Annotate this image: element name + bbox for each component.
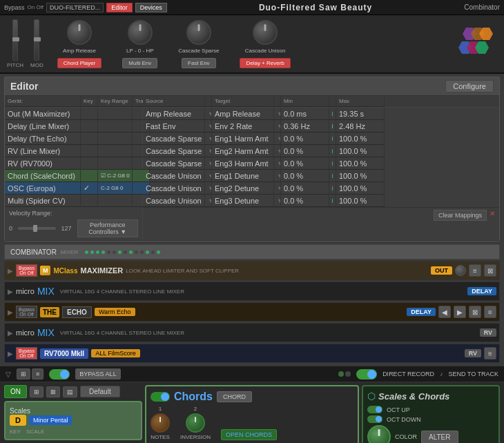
mod-slider-thumb xyxy=(34,37,41,41)
row5-key xyxy=(81,170,98,182)
fast-env-btn[interactable]: Fast Env xyxy=(182,58,216,68)
perf-controllers-btn[interactable]: Performance Controllers ▼ xyxy=(77,219,138,237)
list-view-btn[interactable]: ≡ xyxy=(32,368,43,380)
rack-bypass-rv[interactable]: BypassOn Off xyxy=(16,347,37,360)
notes-label: NOTES xyxy=(151,434,170,440)
rack-header: COMBINATOR MIXER xyxy=(4,244,500,259)
sc-title: Scales & Chords xyxy=(378,391,449,402)
r4-max: 100.0 % xyxy=(336,157,385,170)
oct-down-toggle[interactable] xyxy=(367,415,382,423)
r6-tgt: Eng2 Detune xyxy=(212,182,274,195)
alter-btn[interactable]: ALTER xyxy=(421,431,458,444)
scale-label: SCALE xyxy=(26,429,44,435)
cascade-sparse-knob[interactable] xyxy=(186,20,211,45)
devices-button[interactable]: Devices xyxy=(135,3,167,12)
maximizer-icon-2[interactable]: ⊠ xyxy=(484,264,496,277)
pitch-label: PITCH xyxy=(7,62,23,68)
layout-btn-1[interactable]: ⊞ xyxy=(30,386,43,397)
open-chords-btn[interactable]: OPEN CHORDS xyxy=(221,429,277,440)
bypass-all-btn[interactable]: BYPASS ALL xyxy=(75,368,120,380)
echo-icon-4[interactable]: ≡ xyxy=(484,306,496,318)
configure-button[interactable]: Configure xyxy=(445,80,494,92)
rack-arrow-3[interactable]: ▶ xyxy=(8,329,13,337)
layout-btn-2[interactable]: ⊠ xyxy=(46,386,60,397)
rack-bypass-echo[interactable]: BypassOn Off xyxy=(16,306,37,318)
rack-dots xyxy=(85,250,160,254)
rack-arrow-1[interactable]: ▶ xyxy=(8,288,13,295)
echo-icon-1[interactable]: ◀ xyxy=(438,306,451,318)
row2-device: Delay (The Echo) xyxy=(5,132,81,145)
echo-icon-2[interactable]: ▶ xyxy=(454,306,466,318)
clear-mappings-btn[interactable]: Clear Mappings xyxy=(434,210,487,221)
instrument-section: PITCH MOD Amp Release Chord Player LP - … xyxy=(0,15,504,74)
r1-src: Fast Env xyxy=(143,120,205,132)
direct-record-toggle[interactable] xyxy=(356,369,377,380)
cascade-unison-knob[interactable] xyxy=(253,20,278,45)
cascade-sparse-label: Cascade Sparse xyxy=(178,48,219,54)
echo-icon-3[interactable]: ⊠ xyxy=(469,306,481,318)
editor-button[interactable]: Editor xyxy=(106,3,133,12)
window-title: Duo-Filtered Saw Beauty xyxy=(167,3,464,12)
cascade-unison-label: Cascade Unison xyxy=(245,48,286,54)
r3-arr2: ▼ xyxy=(274,145,281,157)
row2-range xyxy=(98,132,133,145)
bypass-toggle[interactable] xyxy=(49,369,70,380)
vel-thumb xyxy=(33,225,37,232)
combinator-rack-label: COMBINATOR xyxy=(10,248,57,256)
micromix1-tag: DELAY xyxy=(467,287,496,295)
maximizer-tag: OUT xyxy=(431,266,452,275)
rack-arrow-2[interactable]: ▶ xyxy=(8,308,13,316)
direct-record-thumb xyxy=(367,370,376,379)
send-to-track-icon: ♪ xyxy=(440,371,443,377)
rack-bypass-0[interactable]: BypassOn Off xyxy=(16,264,37,277)
mclass-label: MClass xyxy=(53,267,77,275)
pitch-slider[interactable] xyxy=(12,19,18,61)
r6-max: 100.0 % xyxy=(336,182,385,195)
notes-knob[interactable] xyxy=(151,413,170,433)
inversion-knob[interactable] xyxy=(186,413,205,433)
chord-btn[interactable]: CHORD xyxy=(217,391,252,402)
rack-arrow-4[interactable]: ▶ xyxy=(8,350,13,357)
r3-tgt: Eng2 Harm Amt xyxy=(212,145,274,157)
r5-min: 0.0 % xyxy=(281,170,329,182)
delay-reverb-btn[interactable]: Delay + Reverb xyxy=(240,58,290,68)
r6-bar xyxy=(329,182,336,195)
col-target: Target xyxy=(212,96,274,107)
bottom-controls-bar: ▽ ⊞ ≡ BYPASS ALL DIRECT RECORD ♪ SEND TO… xyxy=(0,366,504,382)
mod-slider[interactable] xyxy=(34,19,39,61)
maximizer-name: Maximizer xyxy=(80,266,123,275)
status-dot-2 xyxy=(345,371,351,377)
chords-knob-row: 1 NOTES 2 INVERSION OPEN CHORDS xyxy=(151,406,353,440)
row5-range: ☑ C-2 G8 0 xyxy=(98,170,133,182)
rack-micromix-2: ▶ microMIX VIRTUAL 16G 4 CHANNEL STEREO … xyxy=(4,323,500,342)
maximizer-icon-1[interactable]: ≡ xyxy=(469,264,481,277)
the-label: THE xyxy=(40,307,59,317)
layout-btn-3[interactable]: ▤ xyxy=(63,386,77,397)
pitch-slider-thumb xyxy=(12,37,19,41)
amp-release-knob[interactable] xyxy=(67,20,92,45)
on-default-panel: ON ⊞ ⊠ ▤ Default Scales D Minor Pental K… xyxy=(4,385,142,443)
lp-hp-knob[interactable] xyxy=(128,20,153,45)
knob-cascade-unison: Cascade Unison Delay + Reverb xyxy=(240,20,290,68)
color-knob[interactable] xyxy=(367,425,391,443)
col-arr3 xyxy=(329,96,336,107)
multi-env-btn[interactable]: Multi Env xyxy=(122,58,157,68)
row1-device: Delay (Line Mixer) xyxy=(5,120,81,132)
on-button[interactable]: ON xyxy=(4,385,27,398)
col-min: Min xyxy=(281,96,329,107)
chords-toggle[interactable] xyxy=(151,392,170,402)
rack-arrow-0[interactable]: ▶ xyxy=(8,267,13,275)
chord-player-btn[interactable]: Chord Player xyxy=(57,58,102,68)
maximizer-knob[interactable] xyxy=(455,265,466,276)
lp-hp-label: LP - 0 - HP xyxy=(126,48,153,54)
top-bar: Bypass On Off DUO-FILTERED... Editor Dev… xyxy=(0,0,504,15)
device-label: DUO-FILTERED... xyxy=(46,3,104,12)
col-keyrange: Key Range xyxy=(98,96,133,107)
dot-3 xyxy=(96,250,99,254)
rv7000-icon[interactable]: ≡ xyxy=(484,347,496,360)
pitch-slider-container: PITCH xyxy=(7,19,23,68)
grid-view-btn[interactable]: ⊞ xyxy=(17,368,30,380)
oct-up-toggle[interactable] xyxy=(367,406,382,413)
view-buttons: ⊞ ≡ xyxy=(17,368,43,380)
velocity-slider[interactable] xyxy=(18,227,56,230)
